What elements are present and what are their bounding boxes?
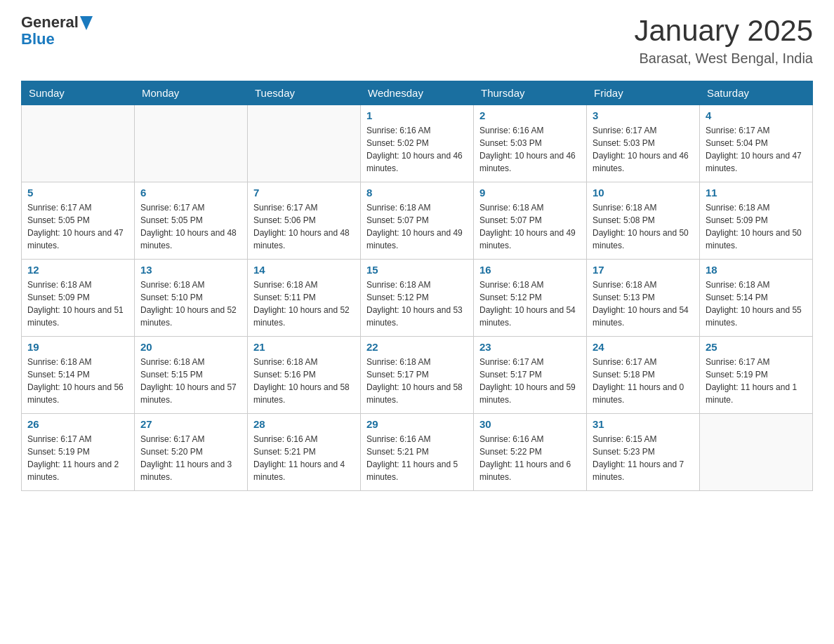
column-header-sunday: Sunday bbox=[22, 81, 135, 105]
day-info: Sunrise: 6:15 AM Sunset: 5:23 PM Dayligh… bbox=[593, 433, 694, 483]
day-number: 29 bbox=[366, 418, 468, 430]
calendar-cell: 25Sunrise: 6:17 AM Sunset: 5:19 PM Dayli… bbox=[700, 337, 813, 414]
day-number: 23 bbox=[479, 341, 581, 353]
day-info: Sunrise: 6:16 AM Sunset: 5:03 PM Dayligh… bbox=[479, 124, 581, 175]
title-block: January 2025 Barasat, West Bengal, India bbox=[634, 14, 813, 67]
calendar-cell: 8Sunrise: 6:18 AM Sunset: 5:07 PM Daylig… bbox=[361, 182, 474, 260]
logo-blue: Blue bbox=[21, 31, 55, 48]
calendar-week-row: 12Sunrise: 6:18 AM Sunset: 5:09 PM Dayli… bbox=[22, 260, 813, 337]
day-info: Sunrise: 6:18 AM Sunset: 5:12 PM Dayligh… bbox=[479, 279, 581, 329]
day-info: Sunrise: 6:17 AM Sunset: 5:17 PM Dayligh… bbox=[479, 356, 581, 406]
column-header-monday: Monday bbox=[135, 81, 248, 105]
calendar-cell: 7Sunrise: 6:17 AM Sunset: 5:06 PM Daylig… bbox=[248, 182, 361, 260]
calendar-cell: 30Sunrise: 6:16 AM Sunset: 5:22 PM Dayli… bbox=[474, 414, 587, 491]
calendar-cell: 9Sunrise: 6:18 AM Sunset: 5:07 PM Daylig… bbox=[474, 182, 587, 260]
day-info: Sunrise: 6:18 AM Sunset: 5:10 PM Dayligh… bbox=[140, 279, 241, 329]
calendar-cell: 3Sunrise: 6:17 AM Sunset: 5:03 PM Daylig… bbox=[587, 105, 700, 182]
calendar-week-row: 19Sunrise: 6:18 AM Sunset: 5:14 PM Dayli… bbox=[22, 337, 813, 414]
calendar-cell: 12Sunrise: 6:18 AM Sunset: 5:09 PM Dayli… bbox=[22, 260, 135, 337]
calendar-cell: 23Sunrise: 6:17 AM Sunset: 5:17 PM Dayli… bbox=[474, 337, 587, 414]
day-number: 4 bbox=[706, 109, 807, 121]
day-info: Sunrise: 6:18 AM Sunset: 5:08 PM Dayligh… bbox=[593, 201, 694, 252]
day-number: 9 bbox=[479, 187, 581, 199]
day-number: 31 bbox=[593, 418, 694, 430]
calendar-cell: 2Sunrise: 6:16 AM Sunset: 5:03 PM Daylig… bbox=[474, 105, 587, 182]
page-header: General Blue January 2025 Barasat, West … bbox=[21, 14, 813, 67]
column-header-friday: Friday bbox=[587, 81, 700, 105]
column-header-wednesday: Wednesday bbox=[361, 81, 474, 105]
day-info: Sunrise: 6:16 AM Sunset: 5:21 PM Dayligh… bbox=[253, 433, 355, 483]
day-info: Sunrise: 6:17 AM Sunset: 5:20 PM Dayligh… bbox=[140, 433, 241, 483]
day-number: 11 bbox=[706, 187, 807, 199]
calendar-cell: 5Sunrise: 6:17 AM Sunset: 5:05 PM Daylig… bbox=[22, 182, 135, 260]
day-info: Sunrise: 6:17 AM Sunset: 5:19 PM Dayligh… bbox=[706, 356, 807, 406]
day-info: Sunrise: 6:16 AM Sunset: 5:21 PM Dayligh… bbox=[366, 433, 468, 483]
calendar-cell: 21Sunrise: 6:18 AM Sunset: 5:16 PM Dayli… bbox=[248, 337, 361, 414]
calendar-week-row: 26Sunrise: 6:17 AM Sunset: 5:19 PM Dayli… bbox=[22, 414, 813, 491]
day-info: Sunrise: 6:17 AM Sunset: 5:05 PM Dayligh… bbox=[140, 201, 241, 252]
day-number: 13 bbox=[140, 264, 241, 276]
calendar-cell: 19Sunrise: 6:18 AM Sunset: 5:14 PM Dayli… bbox=[22, 337, 135, 414]
day-number: 25 bbox=[706, 341, 807, 353]
calendar-title: January 2025 bbox=[634, 14, 813, 48]
column-header-saturday: Saturday bbox=[700, 81, 813, 105]
day-info: Sunrise: 6:17 AM Sunset: 5:03 PM Dayligh… bbox=[593, 124, 694, 175]
day-info: Sunrise: 6:18 AM Sunset: 5:12 PM Dayligh… bbox=[366, 279, 468, 329]
day-info: Sunrise: 6:18 AM Sunset: 5:14 PM Dayligh… bbox=[27, 356, 128, 406]
calendar-cell bbox=[700, 414, 813, 491]
calendar-cell: 27Sunrise: 6:17 AM Sunset: 5:20 PM Dayli… bbox=[135, 414, 248, 491]
day-number: 21 bbox=[253, 341, 355, 353]
day-info: Sunrise: 6:18 AM Sunset: 5:14 PM Dayligh… bbox=[706, 279, 807, 329]
calendar-cell: 15Sunrise: 6:18 AM Sunset: 5:12 PM Dayli… bbox=[361, 260, 474, 337]
column-header-thursday: Thursday bbox=[474, 81, 587, 105]
day-number: 27 bbox=[140, 418, 241, 430]
logo-general: General bbox=[21, 14, 79, 31]
calendar-cell: 10Sunrise: 6:18 AM Sunset: 5:08 PM Dayli… bbox=[587, 182, 700, 260]
calendar-cell: 31Sunrise: 6:15 AM Sunset: 5:23 PM Dayli… bbox=[587, 414, 700, 491]
calendar-cell bbox=[248, 105, 361, 182]
day-info: Sunrise: 6:17 AM Sunset: 5:05 PM Dayligh… bbox=[27, 201, 128, 252]
day-number: 3 bbox=[593, 109, 694, 121]
day-info: Sunrise: 6:17 AM Sunset: 5:04 PM Dayligh… bbox=[706, 124, 807, 175]
day-info: Sunrise: 6:18 AM Sunset: 5:16 PM Dayligh… bbox=[253, 356, 355, 406]
day-number: 26 bbox=[27, 418, 128, 430]
calendar-cell: 6Sunrise: 6:17 AM Sunset: 5:05 PM Daylig… bbox=[135, 182, 248, 260]
day-info: Sunrise: 6:18 AM Sunset: 5:11 PM Dayligh… bbox=[253, 279, 355, 329]
day-number: 2 bbox=[479, 109, 581, 121]
day-number: 22 bbox=[366, 341, 468, 353]
day-number: 5 bbox=[27, 187, 128, 199]
day-number: 14 bbox=[253, 264, 355, 276]
day-number: 28 bbox=[253, 418, 355, 430]
day-info: Sunrise: 6:18 AM Sunset: 5:07 PM Dayligh… bbox=[479, 201, 581, 252]
day-number: 15 bbox=[366, 264, 468, 276]
day-number: 1 bbox=[366, 109, 468, 121]
day-number: 12 bbox=[27, 264, 128, 276]
day-number: 24 bbox=[593, 341, 694, 353]
day-number: 17 bbox=[593, 264, 694, 276]
day-number: 16 bbox=[479, 264, 581, 276]
column-header-tuesday: Tuesday bbox=[248, 81, 361, 105]
calendar-cell: 13Sunrise: 6:18 AM Sunset: 5:10 PM Dayli… bbox=[135, 260, 248, 337]
day-info: Sunrise: 6:17 AM Sunset: 5:06 PM Dayligh… bbox=[253, 201, 355, 252]
calendar-cell: 20Sunrise: 6:18 AM Sunset: 5:15 PM Dayli… bbox=[135, 337, 248, 414]
calendar-table: SundayMondayTuesdayWednesdayThursdayFrid… bbox=[21, 81, 813, 491]
calendar-cell: 4Sunrise: 6:17 AM Sunset: 5:04 PM Daylig… bbox=[700, 105, 813, 182]
day-number: 8 bbox=[366, 187, 468, 199]
calendar-cell: 18Sunrise: 6:18 AM Sunset: 5:14 PM Dayli… bbox=[700, 260, 813, 337]
day-info: Sunrise: 6:16 AM Sunset: 5:02 PM Dayligh… bbox=[366, 124, 468, 175]
calendar-subtitle: Barasat, West Bengal, India bbox=[634, 51, 813, 67]
calendar-cell bbox=[22, 105, 135, 182]
calendar-cell: 24Sunrise: 6:17 AM Sunset: 5:18 PM Dayli… bbox=[587, 337, 700, 414]
calendar-cell: 22Sunrise: 6:18 AM Sunset: 5:17 PM Dayli… bbox=[361, 337, 474, 414]
day-number: 30 bbox=[479, 418, 581, 430]
svg-marker-0 bbox=[80, 16, 93, 30]
day-info: Sunrise: 6:18 AM Sunset: 5:17 PM Dayligh… bbox=[366, 356, 468, 406]
day-number: 7 bbox=[253, 187, 355, 199]
day-info: Sunrise: 6:17 AM Sunset: 5:18 PM Dayligh… bbox=[593, 356, 694, 406]
day-info: Sunrise: 6:18 AM Sunset: 5:07 PM Dayligh… bbox=[366, 201, 468, 252]
calendar-cell bbox=[135, 105, 248, 182]
logo: General Blue bbox=[21, 14, 93, 48]
day-number: 10 bbox=[593, 187, 694, 199]
day-number: 19 bbox=[27, 341, 128, 353]
day-info: Sunrise: 6:16 AM Sunset: 5:22 PM Dayligh… bbox=[479, 433, 581, 483]
